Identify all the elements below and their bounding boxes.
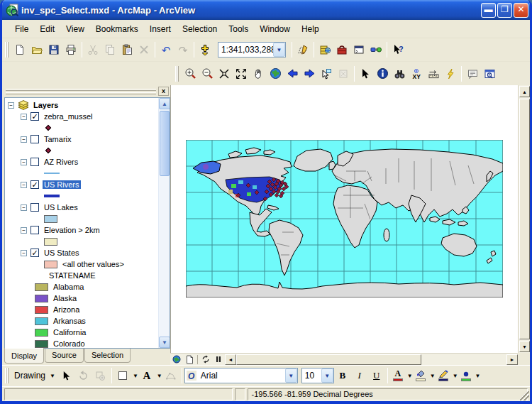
add-data-button[interactable] — [196, 41, 214, 58]
font-size-value[interactable]: 10 — [302, 371, 321, 381]
shape-dropdown-arrow[interactable]: ▼ — [133, 373, 138, 379]
layer-checkbox[interactable] — [31, 226, 39, 234]
layer-symbol-swatch[interactable] — [45, 125, 51, 131]
expand-toggle[interactable]: − — [8, 102, 14, 109]
delete-button[interactable] — [135, 41, 153, 58]
layer-symbol-swatch[interactable] — [44, 195, 60, 197]
expand-toggle[interactable]: − — [21, 182, 27, 188]
print-button[interactable] — [62, 41, 79, 58]
italic-button[interactable]: I — [351, 367, 368, 384]
text-dropdown-arrow[interactable]: ▼ — [157, 373, 162, 379]
layer-symbol-swatch[interactable] — [44, 238, 57, 246]
scroll-down-arrow[interactable]: ▼ — [159, 337, 170, 348]
marker-color-dropdown-arrow[interactable]: ▼ — [475, 373, 481, 379]
layer-name[interactable]: Tamarix — [43, 135, 73, 143]
menu-help[interactable]: Help — [296, 22, 325, 36]
arccatalog-button[interactable] — [316, 41, 333, 58]
expand-toggle[interactable]: − — [21, 114, 27, 120]
scrollbar-thumb[interactable] — [519, 99, 530, 339]
save-button[interactable] — [45, 41, 62, 58]
refresh-view-button[interactable] — [199, 354, 212, 365]
undo-button[interactable]: ↶ — [157, 41, 174, 58]
full-extent-button[interactable] — [267, 65, 284, 82]
identify-button[interactable] — [374, 65, 391, 82]
map-canvas[interactable] — [170, 85, 518, 353]
legend-swatch[interactable] — [35, 283, 48, 291]
paste-button[interactable] — [118, 41, 135, 58]
legend-swatch[interactable] — [35, 329, 48, 337]
line-color-dropdown-arrow[interactable]: ▼ — [453, 373, 458, 379]
legend-label[interactable]: Arkansas — [52, 317, 87, 325]
copy-button[interactable] — [101, 41, 118, 58]
layer-checkbox[interactable]: ✓ — [31, 180, 39, 189]
expand-toggle[interactable]: − — [21, 250, 27, 256]
title-bar[interactable]: inv_spc_Select.mxd - ArcMap - ArcView ▬ … — [0, 0, 532, 20]
scroll-right-arrow[interactable]: ► — [506, 354, 518, 365]
drawing-toolbar-grip[interactable] — [5, 368, 9, 383]
toc-close-button[interactable]: x — [158, 87, 169, 96]
font-dropdown-arrow[interactable]: ▼ — [285, 368, 297, 383]
marker-color-button[interactable] — [458, 368, 474, 383]
fixed-zoom-out-button[interactable] — [233, 65, 250, 82]
scroll-up-arrow[interactable]: ▲ — [519, 86, 530, 97]
whats-this-help-button[interactable]: ? — [389, 41, 406, 58]
menu-insert[interactable]: Insert — [144, 22, 177, 36]
maximize-button[interactable]: ❐ — [497, 3, 512, 18]
close-button[interactable]: ✕ — [514, 3, 528, 18]
layer-checkbox[interactable]: ✓ — [31, 112, 39, 121]
layer-name[interactable]: AZ Rivers — [43, 158, 79, 166]
zoom-in-button[interactable] — [182, 65, 199, 82]
menu-tools[interactable]: Tools — [223, 22, 254, 36]
font-color-button[interactable]: A — [390, 368, 406, 383]
go-to-xy-button[interactable]: XY — [408, 65, 425, 82]
cut-button[interactable] — [84, 41, 101, 58]
layer-checkbox[interactable] — [31, 135, 39, 143]
bold-button[interactable]: B — [334, 367, 351, 384]
tab-selection[interactable]: Selection — [84, 349, 131, 363]
clear-selected-features-button[interactable] — [335, 65, 352, 82]
legend-label[interactable]: California — [52, 328, 87, 337]
fill-color-dropdown-arrow[interactable]: ▼ — [430, 373, 436, 379]
layer-name[interactable]: US Rivers — [43, 180, 81, 189]
legend-swatch[interactable] — [35, 306, 48, 314]
menu-selection[interactable]: Selection — [177, 22, 223, 36]
command-line-button[interactable] — [350, 41, 367, 58]
legend-swatch[interactable] — [35, 295, 48, 302]
map-horizontal-scrollbar[interactable]: ◄ ► — [170, 353, 518, 365]
new-document-button[interactable] — [11, 41, 28, 58]
select-elements-button[interactable] — [357, 65, 374, 82]
line-color-button[interactable] — [436, 368, 451, 383]
scroll-left-arrow[interactable]: ◄ — [225, 354, 236, 365]
menu-view[interactable]: View — [60, 22, 90, 36]
zoom-out-button[interactable] — [199, 65, 216, 82]
select-elements-tool[interactable] — [58, 367, 75, 384]
minimize-button[interactable]: ▬ — [481, 3, 496, 18]
find-button[interactable] — [391, 65, 408, 82]
pause-drawing-button[interactable] — [212, 354, 225, 365]
layer-name[interactable]: US States — [43, 249, 81, 257]
layer-checkbox[interactable]: ✓ — [31, 249, 39, 257]
toolbar-grip[interactable] — [5, 42, 9, 58]
legend-swatch[interactable] — [35, 340, 48, 348]
zoom-to-selected-tool[interactable] — [92, 367, 109, 384]
go-forward-extent-button[interactable] — [301, 65, 318, 82]
scrollbar-thumb[interactable] — [160, 111, 170, 176]
hyperlink-button[interactable] — [442, 65, 459, 82]
legend-label[interactable]: Alabama — [52, 283, 85, 291]
map-vertical-scrollbar[interactable]: ▲ ▼ — [518, 85, 530, 353]
world-map[interactable] — [186, 140, 503, 297]
new-text-tool[interactable]: A — [138, 367, 155, 384]
font-name-combo[interactable]: O Arial ▼ — [184, 368, 298, 383]
scroll-down-arrow[interactable]: ▼ — [519, 341, 530, 352]
legend-label[interactable]: Arizona — [52, 305, 81, 314]
layout-view-button[interactable] — [183, 354, 196, 365]
layer-symbol-swatch[interactable] — [44, 215, 57, 223]
menu-window[interactable]: Window — [254, 22, 296, 36]
map-scale-combo[interactable]: 1:341,033,288 ▼ — [218, 42, 286, 58]
fill-color-button[interactable] — [413, 368, 428, 383]
legend-swatch[interactable] — [35, 317, 48, 325]
map-scale-value[interactable]: 1:341,033,288 — [218, 45, 273, 55]
layer-symbol-swatch[interactable] — [45, 148, 51, 153]
pan-button[interactable] — [250, 65, 267, 82]
tools-toolbar-grip[interactable] — [175, 66, 179, 82]
